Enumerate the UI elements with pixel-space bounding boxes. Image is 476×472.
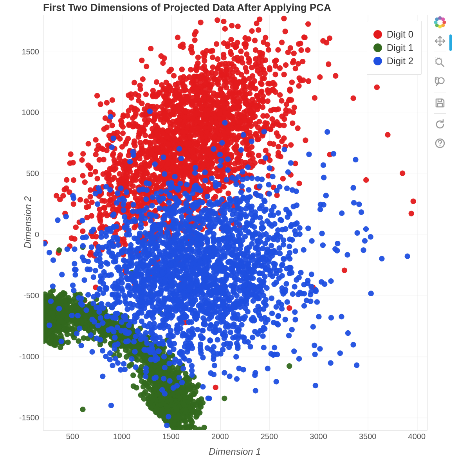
box-zoom-icon[interactable] <box>432 54 448 71</box>
data-point <box>225 296 231 301</box>
data-point <box>62 298 67 303</box>
data-point <box>139 294 144 299</box>
data-point <box>350 342 356 348</box>
legend-item[interactable]: Digit 1 <box>373 42 413 53</box>
data-point <box>249 65 254 70</box>
data-point <box>110 135 116 141</box>
data-point <box>208 117 214 122</box>
data-point <box>171 360 177 365</box>
data-point <box>250 335 255 340</box>
data-point <box>59 319 65 324</box>
data-point <box>100 305 106 311</box>
data-point <box>176 359 182 364</box>
data-point <box>99 230 104 236</box>
wheel-zoom-icon[interactable] <box>432 73 448 90</box>
data-point <box>225 156 231 162</box>
data-point <box>212 133 217 139</box>
data-point <box>283 62 288 68</box>
data-point <box>292 228 298 234</box>
data-point <box>292 284 297 289</box>
data-point <box>213 299 218 304</box>
data-point <box>221 314 226 319</box>
data-point <box>263 320 269 325</box>
data-point <box>165 128 170 133</box>
reset-icon[interactable] <box>432 116 448 133</box>
data-point <box>186 319 191 325</box>
data-point <box>259 81 264 87</box>
data-point <box>274 321 279 326</box>
help-icon[interactable] <box>432 135 448 151</box>
data-point <box>227 202 233 207</box>
data-point <box>159 387 165 393</box>
data-point <box>262 199 267 204</box>
legend-item[interactable]: Digit 2 <box>373 56 413 67</box>
toolbar <box>432 14 448 154</box>
data-point <box>236 366 242 371</box>
data-point <box>138 216 144 222</box>
data-point <box>278 234 283 240</box>
data-point <box>78 197 83 202</box>
data-point <box>331 151 336 157</box>
data-point <box>252 38 258 43</box>
data-point <box>109 320 115 326</box>
data-point <box>252 329 258 334</box>
data-point <box>285 214 290 220</box>
data-point <box>171 267 177 272</box>
data-point <box>87 165 93 171</box>
data-point <box>237 112 243 117</box>
data-point <box>70 160 76 165</box>
data-point <box>213 184 218 189</box>
data-point <box>230 42 236 47</box>
data-point <box>162 365 168 370</box>
data-point <box>298 47 304 53</box>
data-point <box>132 80 137 85</box>
data-point <box>153 240 159 246</box>
data-point <box>296 180 302 186</box>
data-point <box>126 121 132 127</box>
data-point <box>225 191 231 196</box>
data-point <box>123 218 128 224</box>
data-point <box>104 314 110 319</box>
x-tick-label: 3000 <box>310 432 327 441</box>
data-point <box>230 92 235 97</box>
data-point <box>271 204 276 209</box>
data-point <box>217 62 222 67</box>
data-point <box>55 217 60 223</box>
data-point <box>115 190 120 196</box>
data-point <box>200 328 206 333</box>
data-point <box>176 199 182 205</box>
data-point <box>187 234 192 240</box>
data-point <box>261 129 267 134</box>
data-point <box>132 143 137 148</box>
legend[interactable]: Digit 0Digit 1Digit 2 <box>367 21 422 75</box>
x-tick-label: 2500 <box>261 432 278 441</box>
data-point <box>166 200 171 205</box>
data-point <box>215 174 220 179</box>
data-point <box>173 106 179 112</box>
x-tick-label: 3500 <box>359 432 377 441</box>
save-icon[interactable] <box>432 95 448 111</box>
data-point <box>121 173 126 178</box>
data-point <box>273 58 279 63</box>
data-point <box>179 315 185 321</box>
data-point <box>116 292 121 298</box>
data-point <box>202 178 208 183</box>
pan-icon[interactable] <box>432 33 448 49</box>
data-point <box>104 100 110 105</box>
data-point <box>237 214 242 220</box>
plot-area[interactable]: Digit 0Digit 1Digit 2 <box>43 15 427 431</box>
data-point <box>224 321 229 327</box>
data-point <box>279 302 284 307</box>
data-point <box>79 157 85 163</box>
data-point <box>71 177 76 183</box>
data-point <box>246 36 251 42</box>
data-point <box>143 171 149 176</box>
data-point <box>82 326 87 331</box>
x-tick-label: 1500 <box>162 432 180 441</box>
data-point <box>185 224 191 230</box>
data-point <box>145 103 150 108</box>
data-point <box>385 132 390 137</box>
data-point <box>361 247 366 253</box>
data-point <box>160 87 166 92</box>
legend-item[interactable]: Digit 0 <box>373 29 413 40</box>
